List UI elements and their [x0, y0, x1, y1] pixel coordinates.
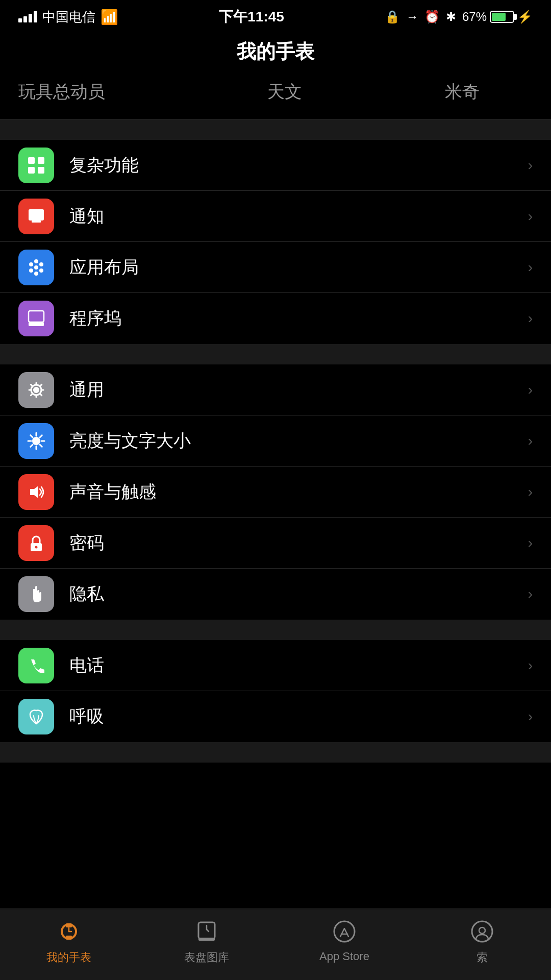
section-gap-4 [0, 742, 551, 763]
settings-section-3: 电话 › 呼吸 › [0, 640, 551, 742]
sound-chevron: › [528, 484, 533, 500]
wifi-icon: 📶 [101, 9, 118, 26]
app-layout-label: 应用布局 [69, 256, 523, 279]
phone-label: 电话 [69, 654, 523, 677]
breathe-icon [18, 699, 54, 734]
svg-marker-27 [30, 486, 38, 498]
brightness-icon [18, 423, 54, 459]
svg-point-7 [34, 265, 38, 270]
svg-line-38 [207, 929, 209, 932]
section-gap-1 [0, 119, 551, 140]
svg-point-39 [334, 921, 355, 942]
svg-point-12 [34, 259, 38, 263]
svg-rect-15 [29, 322, 44, 326]
svg-point-16 [33, 387, 39, 393]
breathe-item[interactable]: 呼吸 › [0, 691, 551, 742]
general-icon [18, 372, 54, 408]
status-time: 下午11:45 [219, 7, 284, 27]
bluetooth-icon: ✱ [446, 10, 456, 24]
tab-bar: 我的手表 表盘图库 App Store [0, 909, 551, 980]
notifications-label: 通知 [69, 205, 523, 228]
dock-icon [18, 301, 54, 336]
svg-rect-1 [38, 157, 44, 164]
alarm-icon: ⏰ [424, 10, 440, 24]
sound-icon [18, 474, 54, 510]
complications-item[interactable]: 复杂功能 › [0, 140, 551, 191]
dock-item[interactable]: 程序坞 › [0, 293, 551, 344]
status-right: 🔒 → ⏰ ✱ 67% ⚡ [385, 10, 533, 24]
svg-rect-5 [32, 220, 41, 223]
svg-point-41 [472, 921, 492, 942]
sound-label: 声音与触感 [69, 480, 523, 504]
general-chevron: › [528, 382, 533, 398]
watch-carousel[interactable]: 玩具总动员 天文 米奇 [0, 75, 551, 119]
svg-point-29 [35, 546, 38, 548]
carousel-item-astronomy[interactable]: 天文 [196, 75, 373, 109]
battery-icon [490, 11, 514, 23]
lock-icon: 🔒 [385, 10, 400, 24]
brightness-label: 亮度与文字大小 [69, 429, 523, 453]
svg-rect-0 [28, 157, 35, 164]
privacy-item[interactable]: 隐私 › [0, 569, 551, 620]
status-left: 中国电信 📶 [18, 8, 118, 26]
svg-rect-14 [29, 311, 44, 322]
tab-app-store-icon [330, 917, 359, 946]
settings-section-1: 复杂功能 › 通知 › [0, 140, 551, 344]
signal-bars-icon [18, 11, 37, 22]
sound-item[interactable]: 声音与触感 › [0, 467, 551, 518]
content-area: 我的手表 玩具总动员 天文 米奇 复杂功能 › [0, 31, 551, 834]
complications-icon [18, 148, 54, 183]
section-gap-2 [0, 344, 551, 364]
svg-rect-31 [66, 923, 72, 927]
brightness-chevron: › [528, 433, 533, 449]
svg-line-25 [40, 435, 42, 437]
passcode-item[interactable]: 密码 › [0, 518, 551, 569]
svg-rect-32 [66, 936, 72, 940]
notifications-item[interactable]: 通知 › [0, 191, 551, 242]
passcode-label: 密码 [69, 531, 523, 555]
svg-point-11 [39, 268, 43, 273]
carrier-label: 中国电信 [42, 8, 95, 26]
tab-watch-faces[interactable]: 表盘图库 [138, 917, 276, 965]
tab-search-icon [468, 917, 496, 946]
passcode-icon [18, 525, 54, 561]
svg-point-18 [32, 437, 40, 445]
tab-search[interactable]: 索 [413, 917, 551, 965]
general-label: 通用 [69, 378, 523, 402]
breathe-label: 呼吸 [69, 705, 523, 728]
tab-search-label: 索 [477, 950, 488, 965]
carousel-item-toy-story[interactable]: 玩具总动员 [0, 75, 196, 109]
svg-line-26 [31, 445, 33, 447]
svg-point-10 [29, 268, 33, 273]
notifications-icon [18, 199, 54, 234]
phone-icon [18, 648, 54, 683]
tab-app-store-label: App Store [319, 950, 369, 963]
privacy-chevron: › [528, 586, 533, 602]
tab-app-store[interactable]: App Store [276, 917, 413, 963]
svg-point-9 [39, 262, 43, 266]
tab-my-watch-icon [55, 917, 83, 946]
breathe-chevron: › [528, 708, 533, 725]
complications-chevron: › [528, 157, 533, 174]
battery-indicator: 67% ⚡ [462, 10, 533, 24]
svg-rect-36 [198, 938, 215, 941]
tab-my-watch[interactable]: 我的手表 [0, 917, 138, 965]
notifications-chevron: › [528, 208, 533, 225]
dock-label: 程序坞 [69, 307, 523, 330]
brightness-item[interactable]: 亮度与文字大小 › [0, 415, 551, 467]
charging-icon: ⚡ [517, 10, 533, 24]
svg-rect-3 [38, 167, 44, 174]
tab-my-watch-label: 我的手表 [46, 950, 91, 965]
general-item[interactable]: 通用 › [0, 364, 551, 415]
svg-rect-2 [28, 167, 35, 174]
app-layout-chevron: › [528, 259, 533, 276]
svg-point-42 [479, 927, 485, 934]
carousel-item-mickey[interactable]: 米奇 [373, 75, 551, 109]
phone-item[interactable]: 电话 › [0, 640, 551, 691]
app-layout-item[interactable]: 应用布局 › [0, 242, 551, 293]
dock-chevron: › [528, 310, 533, 327]
app-layout-icon [18, 250, 54, 285]
svg-line-23 [31, 435, 33, 437]
svg-rect-6 [29, 209, 44, 212]
privacy-icon [18, 576, 54, 612]
